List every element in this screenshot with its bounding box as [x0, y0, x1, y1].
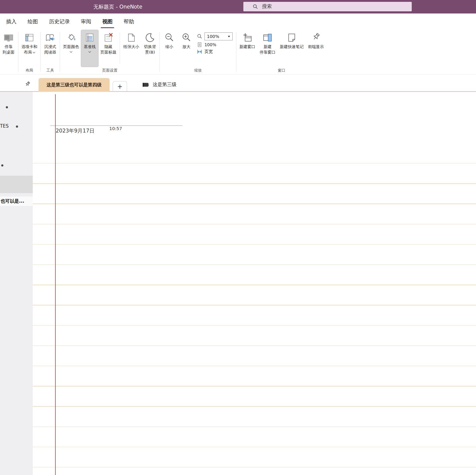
- switch-bg-label-line2: 景(B): [144, 50, 156, 55]
- page-icon: [197, 42, 202, 47]
- page-list-item[interactable]: TES: [0, 123, 9, 129]
- new-window-button[interactable]: 新建窗口: [237, 30, 257, 67]
- page-list-item[interactable]: 也可以是...: [0, 196, 33, 206]
- tabs-and-layout-icon: [24, 31, 35, 44]
- hide-page-title-icon: [103, 31, 114, 44]
- hide-page-title-button[interactable]: 隐藏 页面标题: [98, 30, 118, 67]
- search-placeholder: 搜索: [262, 3, 272, 10]
- search-icon: [253, 4, 258, 9]
- group-label-tools: 工具: [42, 67, 59, 74]
- page-list-bullet[interactable]: [16, 125, 18, 128]
- immersive-reader-icon: [45, 31, 55, 44]
- page-list-sidebar: TES 也可以是...: [0, 92, 33, 475]
- ribbon-tab-help[interactable]: 帮助: [118, 13, 140, 29]
- group-label-page-setup: 页面设置: [61, 67, 159, 74]
- ribbon-tab-draw[interactable]: 绘图: [22, 13, 43, 29]
- immersive-label-line1: 沉浸式: [44, 44, 56, 50]
- page-canvas[interactable]: 2023年9月17日 10:57: [33, 92, 476, 475]
- page-tab-active[interactable]: 这是第三级也可以是第四级: [39, 78, 110, 92]
- ribbon-group-page-setup: 页面颜色 基准线 隐藏 页面标题: [61, 30, 159, 74]
- tabs-layout-label-line2: 布局: [24, 50, 32, 54]
- zoom-in-button[interactable]: 放大: [178, 30, 195, 67]
- page-color-icon: [66, 31, 76, 44]
- zoom-level-select[interactable]: 100%: [204, 32, 233, 40]
- ribbon-tab-view[interactable]: 视图: [97, 13, 118, 29]
- page-width-button[interactable]: 页宽: [197, 49, 233, 54]
- page-width-icon: [197, 49, 202, 54]
- group-label-window: 窗口: [237, 67, 326, 74]
- ribbon-separator: [40, 32, 41, 72]
- ribbon-tab-insert[interactable]: 插入: [1, 13, 22, 29]
- paper-size-button[interactable]: 纸张大小: [121, 30, 141, 67]
- search-box[interactable]: 搜索: [243, 2, 412, 11]
- zoom-level-row: 100%: [197, 32, 233, 40]
- ribbon: 停靠 到桌面 选项卡和 布局 布局: [0, 29, 476, 74]
- tabs-and-layout-button[interactable]: 选项卡和 布局: [19, 30, 39, 67]
- zoom-in-icon: [181, 31, 192, 44]
- page-width-label: 页宽: [204, 49, 213, 54]
- page-time: 10:57: [109, 126, 122, 131]
- ribbon-tab-review[interactable]: 审阅: [75, 13, 97, 29]
- paper-size-icon: [126, 31, 137, 44]
- chevron-down-icon: [88, 50, 91, 52]
- page-list-selected-item[interactable]: [0, 176, 33, 193]
- zoom-out-button[interactable]: 缩小: [161, 30, 178, 67]
- ribbon-group-dock: 停靠 到桌面: [0, 30, 17, 74]
- switch-bg-label-line1: 切换背: [144, 44, 156, 50]
- new-quick-note-icon: [287, 31, 297, 44]
- group-label-empty: [0, 67, 17, 74]
- zoom-100-button[interactable]: 100%: [197, 42, 233, 47]
- immersive-label-line2: 阅读器: [44, 50, 56, 55]
- ribbon-group-zoom: 缩小 放大 100%: [161, 30, 235, 74]
- moon-icon: [145, 31, 155, 44]
- page-list-bullet[interactable]: [1, 164, 3, 166]
- ribbon-group-window: 新建窗口 新建 停靠窗口 新建快速笔记: [237, 30, 326, 74]
- new-docked-window-icon: [262, 31, 273, 44]
- rule-lines-button[interactable]: 基准线: [81, 30, 98, 67]
- chevron-down-icon: [70, 50, 72, 52]
- dock-label-line2: 到桌面: [3, 50, 15, 55]
- new-docked-window-button[interactable]: 新建 停靠窗口: [257, 30, 278, 67]
- page-tab-label: 这是第三级也可以是第四级: [47, 82, 102, 88]
- section-item-label: 这是第三级: [153, 81, 177, 88]
- page-list-bullet[interactable]: [6, 106, 8, 108]
- ribbon-tab-history[interactable]: 历史记录: [43, 13, 75, 29]
- add-page-label: +: [117, 83, 123, 90]
- rule-lines-label: 基准线: [84, 44, 96, 50]
- magnifier-icon: [197, 34, 202, 39]
- group-label-layout: 布局: [19, 67, 39, 74]
- ribbon-separator: [120, 32, 120, 64]
- new-quick-note-label: 新建快速笔记: [280, 44, 304, 50]
- add-page-button[interactable]: +: [113, 81, 127, 92]
- dock-to-desktop-icon: [3, 31, 14, 44]
- dock-to-desktop-button[interactable]: 停靠 到桌面: [0, 30, 17, 67]
- keep-on-front-button[interactable]: 前端显示: [306, 30, 326, 67]
- new-window-label: 新建窗口: [239, 44, 255, 50]
- margin-line: [55, 94, 56, 475]
- page-title-underline: [50, 125, 182, 126]
- paper-size-label: 纸张大小: [123, 44, 139, 50]
- ribbon-group-tools: 沉浸式 阅读器 工具: [42, 30, 59, 74]
- new-quick-note-button[interactable]: 新建快速笔记: [278, 30, 306, 67]
- keep-on-front-label: 前端显示: [308, 44, 324, 50]
- section-item[interactable]: 这是第三级: [142, 81, 177, 88]
- ribbon-separator: [18, 32, 18, 72]
- new-docked-label-line2: 停靠窗口: [260, 50, 275, 55]
- ribbon-tab-bar: 插入 绘图 历史记录 审阅 视图 帮助: [0, 13, 476, 29]
- window-title: 无标题页 - OneNote: [0, 0, 236, 13]
- zoom-out-icon: [164, 31, 174, 44]
- page-color-button[interactable]: 页面颜色: [61, 30, 81, 67]
- hide-title-label-line1: 隐藏: [100, 44, 116, 50]
- zoom-out-label: 缩小: [165, 44, 173, 50]
- chevron-down-icon: [228, 36, 230, 37]
- immersive-reader-button[interactable]: 沉浸式 阅读器: [42, 30, 59, 67]
- new-docked-label-line1: 新建: [260, 44, 275, 50]
- zoom-in-label: 放大: [182, 44, 190, 50]
- pin-icon[interactable]: [24, 81, 31, 88]
- group-label-zoom: 缩放: [161, 67, 235, 74]
- tabs-layout-label-line1: 选项卡和: [21, 44, 37, 50]
- notebook-icon: [142, 82, 149, 88]
- page-color-label: 页面颜色: [63, 44, 79, 50]
- ribbon-separator: [60, 32, 60, 72]
- switch-background-button[interactable]: 切换背 景(B): [141, 30, 159, 67]
